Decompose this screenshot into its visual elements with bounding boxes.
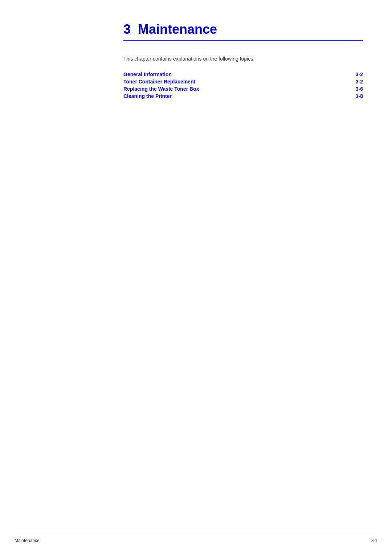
toc-row-4: Cleaning the Printer 3-8 bbox=[123, 93, 363, 99]
toc-row-1: General Information 3-2 bbox=[123, 71, 363, 77]
toc-table: General Information 3-2 Toner Container … bbox=[123, 71, 363, 99]
toc-link-general-information[interactable]: General Information bbox=[123, 71, 172, 77]
chapter-header: 3 Maintenance bbox=[123, 22, 363, 37]
toc-page-cleaning: 3-8 bbox=[348, 93, 363, 99]
page: 3 Maintenance This chapter contains expl… bbox=[0, 0, 392, 554]
toc-row-2: Toner Container Replacement 3-2 bbox=[123, 79, 363, 85]
header-rule bbox=[123, 40, 363, 41]
footer-left: Maintenance bbox=[15, 538, 40, 543]
toc-page-waste-toner: 3-6 bbox=[348, 86, 363, 92]
chapter-title: Maintenance bbox=[138, 22, 217, 37]
chapter-number: 3 bbox=[123, 22, 131, 37]
toc-link-toner-container[interactable]: Toner Container Replacement bbox=[123, 79, 195, 85]
toc-link-cleaning[interactable]: Cleaning the Printer bbox=[123, 93, 172, 99]
intro-text: This chapter contains explanations on th… bbox=[123, 55, 363, 63]
toc-row-3: Replacing the Waste Toner Box 3-6 bbox=[123, 86, 363, 92]
toc-link-waste-toner[interactable]: Replacing the Waste Toner Box bbox=[123, 86, 199, 92]
toc-page-toner-container: 3-2 bbox=[348, 79, 363, 85]
footer-right: 3-1 bbox=[371, 538, 377, 543]
footer-rule bbox=[15, 534, 377, 534]
toc-page-general-information: 3-2 bbox=[348, 71, 363, 77]
content-area: 3 Maintenance This chapter contains expl… bbox=[123, 22, 363, 99]
footer: Maintenance 3-1 bbox=[15, 538, 377, 543]
